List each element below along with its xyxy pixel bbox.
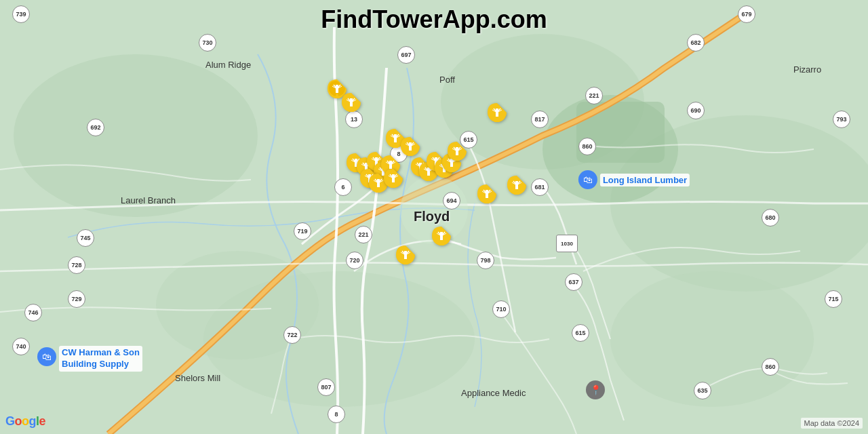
road-badge-793: 793 bbox=[833, 111, 850, 128]
road-badge-635: 635 bbox=[694, 382, 711, 399]
road-badge-729: 729 bbox=[68, 290, 85, 308]
place-label-laurel-branch: Laurel Branch bbox=[121, 195, 176, 205]
cw-harman-label: CW Harman & SonBuilding Supply bbox=[59, 346, 142, 372]
road-badge-722: 722 bbox=[283, 326, 301, 344]
road-badge-697: 697 bbox=[397, 46, 415, 64]
tower-marker-20[interactable] bbox=[477, 184, 496, 210]
page-title: FindTowerApp.com bbox=[321, 5, 547, 34]
road-badge-682: 682 bbox=[687, 34, 705, 52]
road-badge-615b: 615 bbox=[572, 324, 589, 342]
road-badge-746: 746 bbox=[24, 304, 42, 321]
place-label-appliance-medic: Appliance Medic bbox=[461, 388, 526, 398]
road-badge-692: 692 bbox=[87, 119, 104, 136]
map-data-attribution: Map data ©2024 bbox=[801, 418, 863, 429]
road-badge-807: 807 bbox=[317, 378, 335, 396]
road-badge-860a: 860 bbox=[578, 138, 596, 155]
road-badge-817: 817 bbox=[531, 111, 549, 128]
long-island-lumber-pin[interactable]: 🛍 bbox=[578, 170, 597, 189]
svg-point-1 bbox=[14, 54, 258, 217]
road-badge-745: 745 bbox=[77, 229, 94, 247]
road-badge-694: 694 bbox=[443, 192, 460, 210]
road-badge-6a: 6 bbox=[334, 178, 352, 196]
road-badge-690: 690 bbox=[687, 102, 705, 119]
tower-marker-22[interactable] bbox=[432, 226, 451, 252]
long-island-lumber-label: Long Island Lumber bbox=[600, 174, 690, 186]
road-badge-715: 715 bbox=[825, 290, 842, 308]
business-marker-long-island-lumber[interactable]: 🛍 Long Island Lumber bbox=[578, 170, 690, 189]
map-container: FindTowerApp.com Alum Ridge Poff Pizarro… bbox=[0, 0, 868, 434]
business-marker-appliance-medic[interactable]: 📍 bbox=[586, 380, 605, 399]
place-label-poff: Poff bbox=[439, 75, 455, 85]
place-label-shelors-mill: Shelors Mill bbox=[175, 373, 220, 383]
road-badge-739: 739 bbox=[12, 5, 30, 23]
road-badge-860b: 860 bbox=[762, 358, 779, 376]
road-badge-1030: 1030 bbox=[556, 235, 578, 252]
appliance-medic-pin[interactable]: 📍 bbox=[586, 380, 605, 399]
place-label-pizarro: Pizarro bbox=[793, 64, 821, 75]
svg-point-8 bbox=[610, 271, 814, 407]
road-badge-221b: 221 bbox=[355, 226, 372, 243]
cw-harman-pin[interactable]: 🛍 bbox=[37, 347, 56, 366]
road-badge-8b: 8 bbox=[328, 406, 345, 423]
road-badge-720: 720 bbox=[346, 252, 363, 269]
road-badge-798: 798 bbox=[477, 252, 494, 269]
tower-marker-13[interactable] bbox=[384, 169, 403, 195]
road-badge-740: 740 bbox=[12, 338, 30, 355]
place-label-alum-ridge: Alum Ridge bbox=[205, 60, 251, 70]
tower-marker-21[interactable] bbox=[507, 176, 526, 201]
road-badge-637: 637 bbox=[565, 273, 583, 291]
tower-marker-19[interactable] bbox=[448, 142, 467, 167]
road-badge-728: 728 bbox=[68, 256, 85, 274]
road-badge-730: 730 bbox=[199, 34, 216, 52]
road-badge-221a: 221 bbox=[585, 87, 603, 104]
tower-marker-3[interactable] bbox=[488, 103, 507, 129]
road-badge-681: 681 bbox=[531, 178, 549, 196]
road-badge-710: 710 bbox=[492, 300, 510, 318]
road-badge-719: 719 bbox=[294, 222, 311, 240]
tower-marker-23[interactable] bbox=[396, 245, 415, 271]
place-label-floyd: Floyd bbox=[414, 209, 450, 224]
google-logo: Google bbox=[5, 414, 45, 429]
road-badge-679: 679 bbox=[738, 5, 755, 23]
tower-marker-2[interactable] bbox=[342, 93, 361, 119]
road-badge-680: 680 bbox=[762, 209, 779, 226]
business-marker-cw-harman[interactable]: 🛍 CW Harman & SonBuilding Supply bbox=[37, 346, 142, 372]
